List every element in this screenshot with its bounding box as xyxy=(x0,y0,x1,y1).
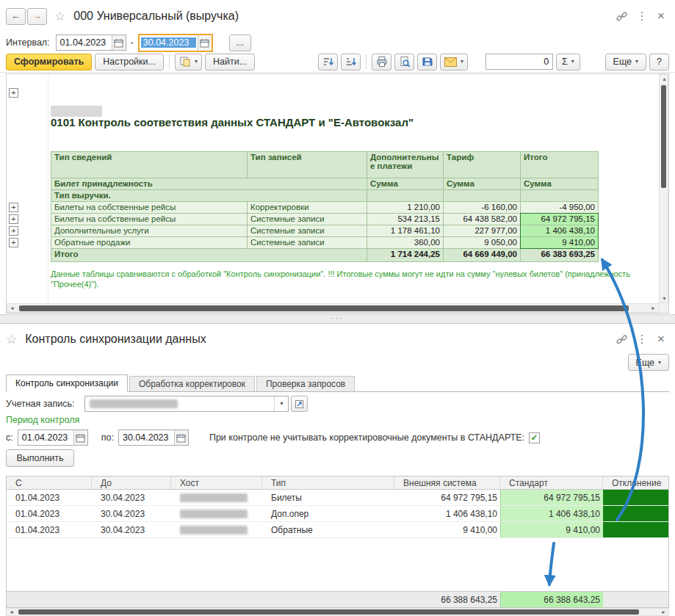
table-row[interactable]: Дополнительные услуги Системные записи 1… xyxy=(51,225,599,237)
calendar-button[interactable] xyxy=(73,430,87,445)
expand-row-button[interactable]: + xyxy=(9,203,18,212)
cell-from[interactable]: 01.04.2023 xyxy=(7,490,92,505)
period-from-field[interactable]: 01.04.2023 xyxy=(18,430,88,446)
cell-type[interactable]: Обратные xyxy=(262,522,394,537)
cell-total-highlighted[interactable]: 1 406 438,10 xyxy=(521,225,599,237)
cell-to[interactable]: 30.04.2023 xyxy=(92,522,171,537)
scroll-right-icon[interactable]: ► xyxy=(659,608,668,616)
favorite-star-icon[interactable]: ☆ xyxy=(6,332,17,347)
total-label[interactable]: Итого xyxy=(51,249,367,262)
expand-row-button[interactable]: + xyxy=(9,226,18,236)
cell-external[interactable]: 9 410,00 xyxy=(394,522,500,537)
cell-standard[interactable]: 9 410,00 xyxy=(500,522,603,537)
tab-corrections[interactable]: Обработка корректировок xyxy=(129,376,255,391)
cell-extra[interactable]: 360,00 xyxy=(367,237,444,249)
cell-standard[interactable]: 64 972 795,15 xyxy=(500,490,603,505)
settings-button[interactable]: Настройки... xyxy=(95,54,164,70)
window-splitter[interactable]: ··· xyxy=(0,314,675,324)
run-button[interactable]: Выполнить xyxy=(6,449,74,467)
combobox-dropdown-button[interactable]: ▾ xyxy=(274,396,288,411)
date-to-field[interactable]: 30.04.2023 xyxy=(138,34,213,52)
cell-type[interactable]: Билеты xyxy=(262,490,394,505)
cell-external[interactable]: 64 972 795,15 xyxy=(394,490,500,505)
sort-desc-button[interactable] xyxy=(318,54,338,70)
cell-record[interactable]: Корректировки xyxy=(248,202,367,214)
date-from-field[interactable]: 01.04.2023 xyxy=(56,35,126,51)
cell-standard[interactable]: 1 406 438,10 xyxy=(500,506,603,521)
window-menu-icon[interactable]: ⋮ xyxy=(634,8,650,24)
total-extra[interactable]: 1 714 244,25 xyxy=(367,249,444,262)
cell-from[interactable]: 01.04.2023 xyxy=(7,522,92,537)
cell-tariff[interactable]: 9 050,00 xyxy=(444,237,521,249)
cell-host-redacted[interactable] xyxy=(171,522,262,537)
tab-sync-control[interactable]: Контроль синхронизации xyxy=(6,374,128,392)
cell-external[interactable]: 1 406 438,10 xyxy=(394,506,500,521)
cell-extra[interactable]: 1 210,00 xyxy=(367,202,444,214)
save-button[interactable] xyxy=(417,54,437,70)
report-variant-button[interactable]: ▾ xyxy=(175,54,202,70)
cell-total[interactable]: -4 950,00 xyxy=(521,202,599,214)
forward-button[interactable]: → xyxy=(27,8,47,25)
table-row[interactable]: Обратные продажи Системные записи 360,00… xyxy=(51,237,599,249)
cell-record[interactable]: Системные записи xyxy=(248,225,367,237)
ignore-corrections-checkbox[interactable]: ✓ xyxy=(529,432,540,443)
sum-button[interactable]: Σ ▾ xyxy=(556,54,580,70)
cell-deviation[interactable] xyxy=(603,522,668,537)
cell-total-highlighted[interactable]: 9 410,00 xyxy=(521,237,599,249)
scroll-left-icon[interactable]: ◄ xyxy=(7,304,17,312)
cell-total-highlighted[interactable]: 64 972 795,15 xyxy=(521,214,599,225)
tab-query-check[interactable]: Проверка запросов xyxy=(256,376,355,391)
sync-hscrollbar[interactable]: ◄ ► xyxy=(6,608,669,616)
hscroll-thumb[interactable] xyxy=(18,609,639,615)
table-row[interactable]: 01.04.2023 30.04.2023 Билеты 64 972 795,… xyxy=(7,490,668,506)
favorite-star-icon[interactable]: ☆ xyxy=(54,9,65,24)
cell-host-redacted[interactable] xyxy=(171,490,262,505)
cell-to[interactable]: 30.04.2023 xyxy=(92,490,171,505)
account-combobox[interactable]: ▾ xyxy=(84,396,289,412)
print-button[interactable] xyxy=(372,54,391,70)
cell-tariff[interactable]: 227 977,00 xyxy=(444,225,521,237)
report-vscrollbar[interactable]: ▲ ▼ xyxy=(659,74,668,303)
scroll-down-icon[interactable]: ▼ xyxy=(660,294,669,302)
period-to-field[interactable]: 30.04.2023 xyxy=(118,430,189,446)
more-button[interactable]: Еще ▾ xyxy=(605,54,646,70)
scroll-right-icon[interactable]: ► xyxy=(649,304,658,312)
sort-asc-button[interactable] xyxy=(341,54,361,70)
get-link-icon[interactable] xyxy=(613,331,629,347)
close-window-icon[interactable]: × xyxy=(653,8,669,24)
counter-field[interactable]: 0 xyxy=(486,54,553,70)
cell-tariff[interactable]: -6 160,00 xyxy=(444,202,521,214)
cell-extra[interactable]: 1 178 461,10 xyxy=(367,225,444,237)
more-button[interactable]: Еще ▾ xyxy=(628,354,669,371)
get-link-icon[interactable] xyxy=(613,8,629,24)
expand-group-button[interactable]: + xyxy=(9,88,18,98)
table-row[interactable]: Билеты на собственные рейсы Корректировк… xyxy=(51,202,599,214)
back-button[interactable]: ← xyxy=(6,8,26,25)
preview-button[interactable] xyxy=(394,54,414,70)
generate-button[interactable]: Сформировать xyxy=(6,54,92,70)
cell-type[interactable]: Доп.опер xyxy=(262,506,394,521)
hscroll-thumb[interactable] xyxy=(19,305,629,311)
cell-extra[interactable]: 534 213,15 xyxy=(367,214,444,225)
table-row[interactable]: 01.04.2023 30.04.2023 Обратные 9 410,00 … xyxy=(7,522,668,538)
cell-record[interactable]: Системные записи xyxy=(248,237,367,249)
table-row[interactable]: Билеты на собственные рейсы Системные за… xyxy=(51,214,599,225)
scroll-left-icon[interactable]: ◄ xyxy=(7,608,16,616)
calendar-button[interactable] xyxy=(112,35,126,50)
scroll-up-icon[interactable]: ▲ xyxy=(660,75,669,83)
cell-type[interactable]: Билеты на собственные рейсы xyxy=(51,214,248,225)
cell-type[interactable]: Обратные продажи xyxy=(51,237,248,249)
expand-row-button[interactable]: + xyxy=(9,238,18,247)
cell-tariff[interactable]: 64 438 582,00 xyxy=(444,214,521,225)
cell-host-redacted[interactable] xyxy=(171,506,262,521)
cell-to[interactable]: 30.04.2023 xyxy=(92,506,171,521)
total-row[interactable]: Итого 1 714 244,25 64 669 449,00 66 383 … xyxy=(51,249,599,262)
total-grand[interactable]: 66 383 693,25 xyxy=(521,249,599,262)
selected-cell[interactable] xyxy=(51,106,102,117)
help-button[interactable]: ? xyxy=(649,54,669,70)
close-window-icon[interactable]: × xyxy=(653,331,669,347)
account-open-button[interactable] xyxy=(291,396,308,412)
cell-type[interactable]: Билеты на собственные рейсы xyxy=(51,202,248,214)
calendar-button[interactable] xyxy=(198,35,212,51)
cell-type[interactable]: Дополнительные услуги xyxy=(51,225,248,237)
